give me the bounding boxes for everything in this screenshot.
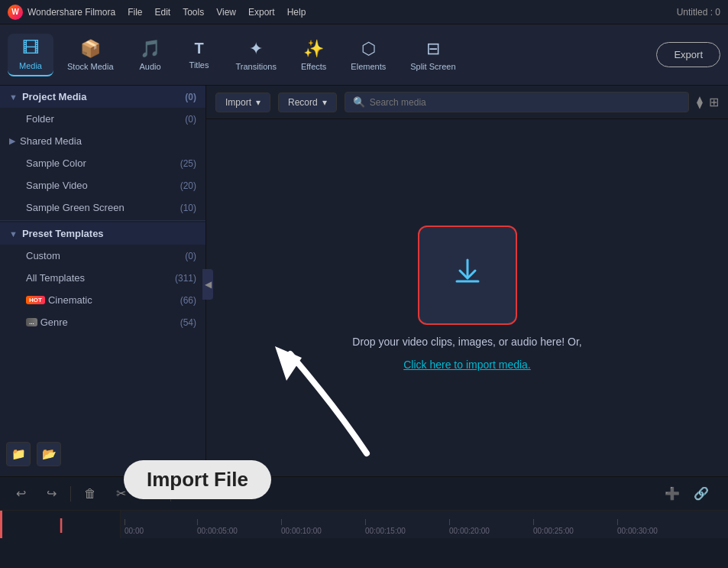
sidebar-divider-1 (0, 220, 205, 221)
toolbar-media-label: Media (19, 61, 42, 70)
sidebar-cinematic-label: Cinematic (48, 294, 92, 306)
timeline-ruler: | 00:00 00:00:05:00 00:00:10:00 00:00:15… (0, 511, 728, 538)
toolbar-right: Export (656, 42, 720, 67)
sidebar-item-genre[interactable]: ... Genre (54) (0, 311, 205, 333)
sidebar-item-sample-video[interactable]: Sample Video (20) (0, 174, 205, 196)
menu-help[interactable]: Help (287, 7, 306, 18)
toolbar-item-effects[interactable]: ✨ Effects (290, 34, 337, 76)
color-correct-icon: 🎚 (184, 487, 196, 501)
sidebar-group-preset-templates[interactable]: ▼ Preset Templates (0, 222, 205, 245)
redo-button[interactable]: ↪ (40, 482, 63, 505)
sidebar-group-label-preset-templates: Preset Templates (22, 228, 104, 239)
shared-media-arrow[interactable]: ▶ (9, 136, 15, 146)
disable-clip-icon: ◻ (147, 486, 157, 501)
drop-box[interactable] (418, 226, 517, 325)
toolbar-item-audio[interactable]: 🎵 Audio (128, 34, 173, 76)
sidebar-shared-media-label: Shared Media (20, 135, 82, 147)
time-label-6: 00:00:30:00 (617, 527, 658, 535)
sample-color-count: (25) (180, 158, 196, 169)
sidebar-item-sample-green-screen[interactable]: Sample Green Screen (10) (0, 196, 205, 219)
folder-count: (0) (185, 114, 196, 125)
playhead-marker: | (59, 516, 63, 534)
import-label: Import (225, 97, 251, 108)
filter-icon[interactable]: ⧫ (697, 95, 703, 109)
sidebar-sample-green-screen-label: Sample Green Screen (26, 202, 125, 213)
toolbar-item-transitions[interactable]: ✦ Transitions (225, 34, 287, 76)
genre-hot-badge: ... (26, 318, 37, 326)
genre-count: (54) (180, 317, 196, 328)
preset-templates-arrow[interactable]: ▼ (9, 229, 18, 239)
cinematic-count: (66) (180, 295, 196, 306)
search-input[interactable] (370, 97, 681, 108)
main-layout: ▼ Project Media (0) Folder (0) ▶ Shared … (0, 86, 728, 476)
audio-stretch-button[interactable]: 🎛 (209, 482, 232, 505)
color-correct-button[interactable]: 🎚 (179, 482, 202, 505)
toolbar-item-media[interactable]: 🎞 Media (8, 34, 53, 76)
sidebar-item-folder[interactable]: Folder (0) (0, 108, 205, 130)
import-dropdown[interactable]: Import ▾ (215, 93, 270, 112)
sidebar-item-custom[interactable]: Custom (0) (0, 245, 205, 267)
toolbar-item-titles[interactable]: T Titles (176, 35, 222, 74)
export-button[interactable]: Export (656, 42, 720, 67)
titles-icon: T (194, 40, 203, 57)
menu-export[interactable]: Export (248, 7, 275, 18)
delete-button[interactable]: 🗑 (79, 482, 102, 505)
link-icon: 🔗 (694, 486, 709, 501)
drop-zone: Drop your video clips, images, or audio … (206, 119, 728, 476)
sidebar-folder-label: Folder (26, 113, 54, 125)
content-toolbar: Import ▾ Record ▾ 🔍 ⧫ ⊞ (206, 86, 728, 119)
sidebar-item-all-templates[interactable]: All Templates (311) (0, 267, 205, 289)
sidebar-item-sample-color[interactable]: Sample Color (25) (0, 152, 205, 174)
sidebar-sample-video-label: Sample Video (26, 180, 88, 191)
toolbar-item-elements[interactable]: ⬡ Elements (340, 34, 396, 76)
project-media-count: (0) (185, 92, 196, 102)
sidebar-item-shared-media[interactable]: ▶ Shared Media (0, 130, 205, 152)
menu-view[interactable]: View (216, 7, 236, 18)
all-templates-count: (311) (175, 273, 196, 284)
disable-clip-button[interactable]: ◻ (140, 482, 163, 505)
timeline-toolbar: ↩ ↪ 🗑 ✂ ◻ 🎚 🎛 ➕ 🔗 (0, 477, 728, 511)
cinematic-hot-badge: HOT (26, 296, 45, 304)
toolbar-item-split-screen[interactable]: ⊟ Split Screen (400, 34, 466, 76)
app-logo: W Wondershare Filmora (8, 5, 115, 20)
toolbar: 🎞 Media 📦 Stock Media 🎵 Audio T Titles ✦… (0, 24, 728, 86)
undo-button[interactable]: ↩ (9, 482, 32, 505)
link-button[interactable]: 🔗 (690, 482, 713, 505)
menu-tools[interactable]: Tools (183, 7, 204, 18)
time-label-1: 00:00:05:00 (197, 527, 238, 535)
redo-icon: ↪ (47, 486, 57, 501)
record-chevron-icon: ▾ (322, 97, 327, 108)
cut-icon: ✂ (116, 486, 126, 501)
menu-edit[interactable]: Edit (155, 7, 171, 18)
drop-text: Drop your video clips, images, or audio … (352, 336, 581, 348)
record-dropdown[interactable]: Record ▾ (278, 93, 337, 112)
toolbar-transitions-label: Transitions (236, 62, 277, 71)
ruler-mark-6: 00:00:30:00 (617, 519, 701, 535)
menubar: File Edit Tools View Export Help (128, 7, 306, 18)
cut-button[interactable]: ✂ (109, 482, 132, 505)
ruler-mark-0: 00:00 (125, 519, 197, 535)
add-folder-icon: 📁 (11, 447, 26, 461)
split-screen-icon: ⊟ (426, 39, 440, 59)
custom-count: (0) (185, 251, 196, 261)
time-label-2: 00:00:10:00 (281, 527, 322, 535)
drop-link[interactable]: Click here to import media. (403, 359, 531, 371)
content-area: Import ▾ Record ▾ 🔍 ⧫ ⊞ (206, 86, 728, 476)
project-media-arrow[interactable]: ▼ (9, 93, 18, 102)
timeline-left-spacer: | (2, 511, 121, 538)
import-chevron-icon: ▾ (256, 97, 260, 108)
sidebar-item-cinematic[interactable]: HOT Cinematic (66) (0, 289, 205, 311)
browse-folder-button[interactable]: 📂 (37, 442, 61, 466)
elements-icon: ⬡ (361, 39, 376, 59)
content-toolbar-icons: ⧫ ⊞ (697, 95, 719, 109)
grid-view-icon[interactable]: ⊞ (709, 95, 719, 109)
toolbar-stock-media-label: Stock Media (67, 62, 114, 71)
add-track-button[interactable]: ➕ (661, 482, 684, 505)
time-label-4: 00:00:20:00 (449, 527, 490, 535)
add-folder-button[interactable]: 📁 (6, 442, 31, 466)
toolbar-item-stock-media[interactable]: 📦 Stock Media (57, 34, 125, 76)
sidebar-collapse-handle[interactable]: ◀ (202, 269, 206, 300)
menu-file[interactable]: File (128, 7, 142, 18)
sidebar-group-project-media[interactable]: ▼ Project Media (0) (0, 86, 205, 108)
window-title: Untitled : 0 (677, 7, 720, 18)
